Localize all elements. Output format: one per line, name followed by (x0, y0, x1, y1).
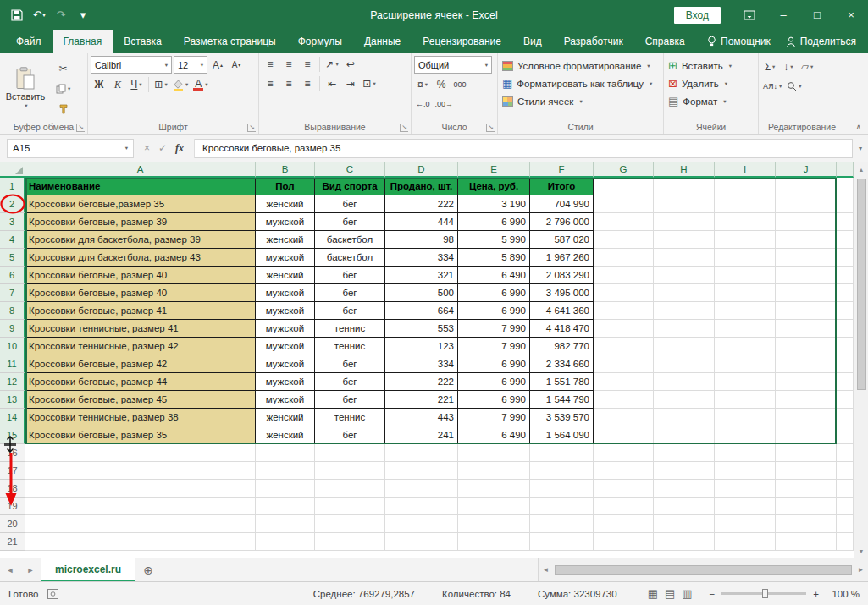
cell-G13[interactable] (594, 391, 654, 409)
row-header-6[interactable]: 6 (0, 267, 25, 284)
cell-C19[interactable] (315, 498, 385, 515)
copy-button[interactable]: ▾ (54, 80, 72, 97)
cell-G1[interactable] (594, 178, 654, 195)
row-header-13[interactable]: 13 (0, 391, 25, 409)
cell-D8[interactable]: 664 (385, 302, 458, 320)
font-size-select[interactable]: 12▾ (174, 56, 207, 74)
cell-H3[interactable] (654, 213, 715, 231)
page-break-view-button[interactable]: ▥ (682, 587, 692, 600)
cell-E8[interactable]: 6 990 (458, 302, 530, 320)
row-header-20[interactable]: 20 (0, 515, 25, 533)
cell-D1[interactable]: Продано, шт. (385, 178, 458, 195)
cell-F9[interactable]: 4 418 470 (530, 320, 594, 338)
cell-H20[interactable] (654, 515, 715, 533)
cell-I16[interactable] (715, 444, 776, 462)
enter-button[interactable]: ✓ (158, 142, 167, 154)
fill-color-button[interactable]: ▾ (171, 76, 190, 93)
cell-B16[interactable] (256, 444, 315, 462)
cell-C1[interactable]: Вид спорта (315, 178, 385, 195)
cell-E14[interactable]: 7 990 (458, 409, 530, 426)
page-layout-view-button[interactable]: ▤ (665, 587, 675, 600)
cell-B5[interactable]: мужской (256, 249, 315, 267)
scroll-down-arrow[interactable]: ▼ (859, 544, 865, 558)
font-name-select[interactable]: Calibri▾ (91, 56, 172, 74)
align-bottom-button[interactable]: ≡ (299, 56, 316, 73)
row-header-1[interactable]: 1 (0, 178, 25, 195)
cell-J4[interactable] (776, 231, 837, 249)
cell-D13[interactable]: 221 (385, 391, 458, 409)
column-header-B[interactable]: B (256, 162, 315, 178)
comma-style-button[interactable]: 000 (451, 76, 468, 93)
cell-F2[interactable]: 704 990 (530, 195, 594, 213)
cell-C13[interactable]: бег (315, 391, 385, 409)
orientation-button[interactable]: ↗▾ (323, 56, 340, 73)
zoom-level[interactable]: 100 % (826, 589, 860, 599)
cell-A2[interactable]: Кроссовки беговые,размер 35 (25, 195, 256, 213)
cell-E17[interactable] (458, 462, 530, 480)
cell-A15[interactable]: Кроссовки беговые, размер 35 (25, 426, 256, 444)
tab-Вставка[interactable]: Вставка (113, 30, 173, 53)
autosum-button[interactable]: Σ▾ (761, 58, 778, 75)
cell-J10[interactable] (776, 338, 837, 355)
insert-cells-button[interactable]: ⊞ Вставить ▾ (664, 57, 758, 74)
increase-decimal-button[interactable]: ←.0 (414, 96, 432, 113)
cell-A5[interactable]: Кроссовки для баскетбола, размер 43 (25, 249, 256, 267)
zoom-slider-thumb[interactable] (762, 589, 768, 598)
cell-E4[interactable]: 5 990 (458, 231, 530, 249)
cell-B8[interactable]: мужской (256, 302, 315, 320)
tab-Справка[interactable]: Справка (634, 30, 696, 53)
cell-C7[interactable]: бег (315, 284, 385, 302)
column-header-A[interactable]: A (25, 162, 256, 178)
cell-C4[interactable]: баскетбол (315, 231, 385, 249)
cell-I6[interactable] (715, 267, 776, 284)
column-header-H[interactable]: H (654, 162, 715, 178)
cell-B20[interactable] (256, 515, 315, 533)
cell-A20[interactable] (25, 515, 256, 533)
cell-I14[interactable] (715, 409, 776, 426)
cell-E20[interactable] (458, 515, 530, 533)
row-header-14[interactable]: 14 (0, 409, 25, 426)
cell-A17[interactable] (25, 462, 256, 480)
cell-C17[interactable] (315, 462, 385, 480)
scroll-left-arrow[interactable]: ◄ (539, 566, 553, 574)
font-color-button[interactable]: А▾ (191, 76, 209, 93)
cell-D14[interactable]: 443 (385, 409, 458, 426)
cell-G2[interactable] (594, 195, 654, 213)
cell-G5[interactable] (594, 249, 654, 267)
cell-J6[interactable] (776, 267, 837, 284)
cell-A16[interactable] (25, 444, 256, 462)
column-header-I[interactable]: I (715, 162, 776, 178)
cell-A7[interactable]: Кроссовки беговые, размер 40 (25, 284, 256, 302)
row-header-4[interactable]: 4 (0, 231, 25, 249)
cell-B17[interactable] (256, 462, 315, 480)
align-left-button[interactable]: ≡ (262, 75, 279, 92)
conditional-formatting-button[interactable]: Условное форматирование ▾ (498, 57, 663, 74)
cell-G20[interactable] (594, 515, 654, 533)
cell-H15[interactable] (654, 426, 715, 444)
cell-J18[interactable] (776, 480, 837, 498)
cell-G7[interactable] (594, 284, 654, 302)
cell-D7[interactable]: 500 (385, 284, 458, 302)
cell-H4[interactable] (654, 231, 715, 249)
cell-B3[interactable]: мужской (256, 213, 315, 231)
cell-F14[interactable]: 3 539 570 (530, 409, 594, 426)
column-header-G[interactable]: G (594, 162, 654, 178)
cell-F11[interactable]: 2 334 660 (530, 355, 594, 373)
cell-C10[interactable]: теннис (315, 338, 385, 355)
dialog-launcher-icon[interactable]: ↘ (486, 124, 495, 132)
row-header-15[interactable]: 15 (0, 426, 25, 444)
minimize-button[interactable]: – (766, 0, 800, 30)
cell-F7[interactable]: 3 495 000 (530, 284, 594, 302)
cell-I9[interactable] (715, 320, 776, 338)
cell-H2[interactable] (654, 195, 715, 213)
cell-J17[interactable] (776, 462, 837, 480)
cell-F13[interactable]: 1 544 790 (530, 391, 594, 409)
cell-F20[interactable] (530, 515, 594, 533)
cell-F10[interactable]: 982 770 (530, 338, 594, 355)
cell-A3[interactable]: Кроссовки беговые, размер 39 (25, 213, 256, 231)
cell-F12[interactable]: 1 551 780 (530, 373, 594, 391)
merge-center-button[interactable]: ⊡▾ (361, 75, 378, 92)
cell-I8[interactable] (715, 302, 776, 320)
cell-F4[interactable]: 587 020 (530, 231, 594, 249)
italic-button[interactable]: К (109, 76, 126, 93)
